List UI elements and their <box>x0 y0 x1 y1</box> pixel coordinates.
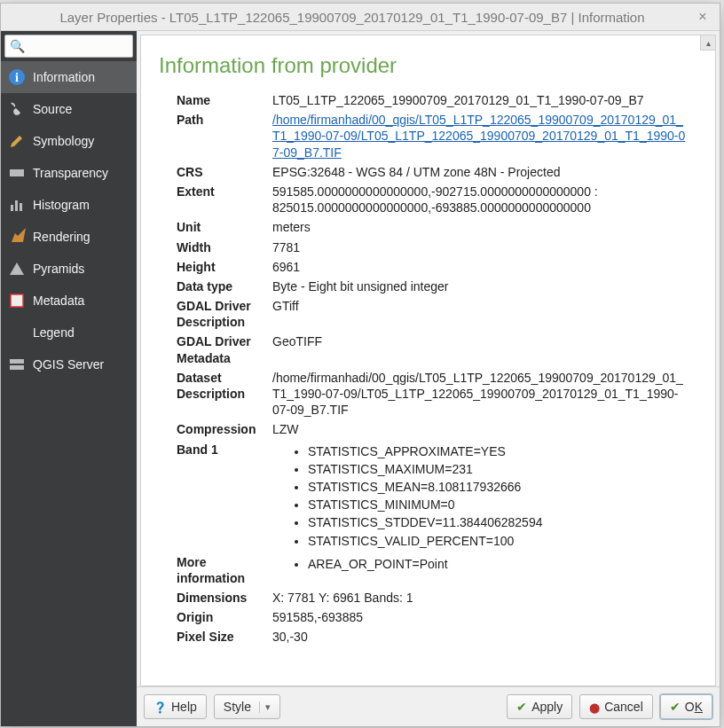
ok-icon <box>670 700 681 714</box>
titlebar[interactable]: Layer Properties - LT05_L1TP_122065_1990… <box>1 4 720 31</box>
information-panel[interactable]: ▴ Information from provider Name LT05_L1… <box>140 35 716 686</box>
sidebar-item-metadata[interactable]: Metadata <box>1 285 137 317</box>
sidebar: 🔍 i Information Source Symbology <box>1 31 137 726</box>
section-heading-provider: Information from provider <box>159 53 694 78</box>
svg-rect-4 <box>15 200 18 211</box>
help-button-label: Help <box>171 700 197 714</box>
sidebar-item-label: Source <box>33 102 72 116</box>
label-dataset: Dataset Description <box>177 370 265 419</box>
sidebar-item-label: Histogram <box>33 198 90 212</box>
svg-rect-2 <box>10 169 24 176</box>
value-name: LT05_L1TP_122065_19900709_20170129_01_T1… <box>272 92 690 108</box>
band1-stat: STATISTICS_APPROXIMATE=YES <box>308 443 690 459</box>
sidebar-item-label: Legend <box>33 325 75 340</box>
search-input[interactable] <box>4 35 133 58</box>
sidebar-item-information[interactable]: i Information <box>1 61 137 93</box>
value-compression: LZW <box>272 421 690 437</box>
sidebar-item-label: Rendering <box>33 230 90 244</box>
sidebar-item-label: Metadata <box>33 294 84 308</box>
svg-rect-8 <box>10 327 13 331</box>
svg-rect-12 <box>10 359 24 364</box>
svg-rect-9 <box>10 334 13 338</box>
close-icon[interactable]: × <box>695 9 711 25</box>
label-unit: Unit <box>177 219 265 235</box>
band1-stat: STATISTICS_MINIMUM=0 <box>308 497 690 513</box>
label-path: Path <box>177 112 265 160</box>
server-icon <box>8 356 26 373</box>
cancel-button[interactable]: Cancel <box>579 694 653 719</box>
layer-properties-dialog: Layer Properties - LT05_L1TP_122065_1990… <box>0 3 720 727</box>
value-pixel-size: 30,-30 <box>272 629 690 645</box>
style-button-label: Style <box>224 700 251 714</box>
band1-stat: STATISTICS_MEAN=8.108117932666 <box>308 479 690 495</box>
sidebar-item-symbology[interactable]: Symbology <box>1 125 137 157</box>
value-crs: EPSG:32648 - WGS 84 / UTM zone 48N - Pro… <box>272 164 690 180</box>
help-icon <box>153 700 167 714</box>
svg-marker-6 <box>10 262 24 275</box>
band1-stat: STATISTICS_STDDEV=11.384406282594 <box>308 514 690 530</box>
value-width: 7781 <box>272 239 690 255</box>
svg-text:i: i <box>15 71 19 84</box>
window-title: Layer Properties - LT05_L1TP_122065_1990… <box>10 10 695 25</box>
path-link[interactable]: /home/firmanhadi/00_qgis/LT05_L1TP_12206… <box>272 113 685 159</box>
histogram-icon <box>8 196 26 214</box>
value-dimensions: X: 7781 Y: 6961 Bands: 1 <box>272 590 690 606</box>
legend-icon <box>8 324 26 341</box>
sidebar-item-source[interactable]: Source <box>1 93 137 125</box>
label-dimensions: Dimensions <box>177 590 265 606</box>
label-gdal-desc: GDAL Driver Description <box>177 298 265 330</box>
apply-button[interactable]: Apply <box>507 694 572 719</box>
value-extent: 591585.0000000000000000,-902715.00000000… <box>272 184 690 215</box>
label-name: Name <box>177 92 265 108</box>
chevron-down-icon: ▾ <box>259 701 271 713</box>
sidebar-item-label: Transparency <box>33 166 108 180</box>
ok-button[interactable]: OK <box>660 694 712 719</box>
value-datatype: Byte - Eight bit unsigned integer <box>272 278 690 294</box>
sidebar-item-label: Information <box>33 70 95 84</box>
apply-button-label: Apply <box>531 700 563 714</box>
transparency-icon <box>8 164 26 182</box>
band1-stat: STATISTICS_VALID_PERCENT=100 <box>308 533 690 549</box>
brush-icon <box>8 132 26 150</box>
info-table: Name LT05_L1TP_122065_19900709_20170129_… <box>177 92 690 646</box>
value-band1: STATISTICS_APPROXIMATE=YES STATISTICS_MA… <box>272 442 690 551</box>
label-band1: Band 1 <box>177 442 265 551</box>
help-button[interactable]: Help <box>144 694 207 719</box>
sidebar-nav: i Information Source Symbology Transpare… <box>1 61 137 726</box>
svg-rect-5 <box>20 203 22 211</box>
label-datatype: Data type <box>177 278 265 294</box>
label-origin: Origin <box>177 609 265 625</box>
svg-rect-13 <box>10 365 24 370</box>
info-icon: i <box>8 68 26 86</box>
band1-list: STATISTICS_APPROXIMATE=YES STATISTICS_MA… <box>272 443 690 549</box>
section-heading-identification: Identification <box>159 681 694 686</box>
label-moreinfo: More information <box>177 554 265 586</box>
sidebar-item-transparency[interactable]: Transparency <box>1 157 137 189</box>
value-moreinfo: AREA_OR_POINT=Point <box>272 554 690 586</box>
moreinfo-list: AREA_OR_POINT=Point <box>272 556 690 572</box>
label-width: Width <box>177 239 265 255</box>
sidebar-item-label: Symbology <box>33 134 94 148</box>
svg-rect-11 <box>15 334 24 336</box>
sidebar-item-qgis-server[interactable]: QGIS Server <box>1 348 137 380</box>
value-unit: meters <box>272 219 690 235</box>
sidebar-item-pyramids[interactable]: Pyramids <box>1 253 137 285</box>
band1-stat: STATISTICS_MAXIMUM=231 <box>308 461 690 477</box>
sidebar-item-legend[interactable]: Legend <box>1 317 137 348</box>
apply-icon <box>516 700 527 714</box>
dialog-button-row: Help Style ▾ Apply Cancel OK <box>137 686 720 726</box>
scrollbar-up-icon[interactable]: ▴ <box>700 35 715 51</box>
svg-rect-10 <box>15 327 24 329</box>
pyramids-icon <box>8 260 26 278</box>
cancel-icon <box>589 700 600 714</box>
svg-rect-7 <box>11 294 23 307</box>
ok-button-label: OK <box>685 700 703 714</box>
moreinfo-item: AREA_OR_POINT=Point <box>308 556 690 572</box>
sidebar-item-label: Pyramids <box>33 262 84 276</box>
label-crs: CRS <box>177 164 265 180</box>
label-pixel-size: Pixel Size <box>177 629 265 645</box>
sidebar-item-histogram[interactable]: Histogram <box>1 189 137 221</box>
value-gdal-meta: GeoTIFF <box>272 333 690 365</box>
sidebar-item-rendering[interactable]: Rendering <box>1 221 137 253</box>
style-button[interactable]: Style ▾ <box>214 694 280 719</box>
